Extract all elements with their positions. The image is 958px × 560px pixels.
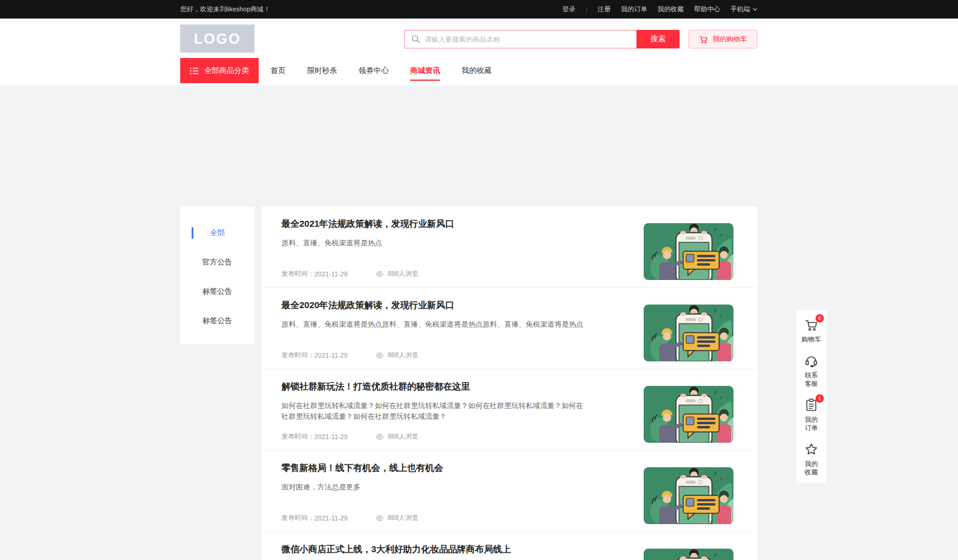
article-thumbnail[interactable] — [644, 467, 733, 524]
nav-item[interactable]: 首页 — [271, 58, 286, 83]
article-row[interactable]: 微信小商店正式上线，3大利好助力化妆品品牌商布局线上 — [262, 532, 757, 560]
chevron-down-icon — [753, 8, 757, 11]
topbar-links: 登录 | 注册 我的订单 我的收藏 帮助中心 手机端 — [562, 5, 757, 14]
article-views: 888人浏览 — [375, 351, 418, 360]
welcome-text: 您好，欢迎来到likeshop商城！ — [180, 5, 270, 14]
float-customer-service[interactable]: 联系 客服 — [804, 354, 818, 388]
article-desc: 面对困难，方法总是更多 — [281, 482, 584, 492]
article-thumbnail[interactable] — [644, 223, 733, 280]
my-cart-button[interactable]: 我的购物车 — [689, 30, 757, 48]
all-categories-button[interactable]: 全部商品分类 — [180, 58, 259, 83]
topbar-link-label: 登录 — [562, 5, 575, 14]
article-views: 888人浏览 — [375, 513, 418, 522]
nav-links: 首页限时秒杀领券中心商城资讯我的收藏 — [271, 58, 492, 83]
eye-icon — [375, 515, 384, 521]
views-count: 888人浏览 — [387, 513, 418, 522]
topbar-link[interactable]: 我的收藏 — [657, 5, 684, 14]
article-row[interactable]: 解锁社群新玩法！打造优质社群的秘密都在这里 如何在社群里玩转私域流量？如何在社群… — [262, 369, 757, 451]
sidebar-category-item[interactable]: 官方公告 — [180, 248, 254, 277]
category-list-icon — [190, 67, 199, 75]
article-thumbnail[interactable] — [644, 386, 733, 443]
article-desc: 如何在社群里玩转私域流量？如何在社群里玩转私域流量？如何在社群里玩转私域流量？如… — [281, 400, 584, 422]
publish-date: 2021-11-29 — [314, 352, 347, 359]
article-meta: 发布时间：2021-11-29 888人浏览 — [281, 513, 419, 522]
views-count: 888人浏览 — [387, 432, 418, 441]
star-icon — [804, 442, 818, 456]
article-meta: 发布时间：2021-11-29 888人浏览 — [281, 351, 419, 360]
article-title[interactable]: 最全2021年法规政策解读，发现行业新风口 — [281, 218, 454, 230]
article-title[interactable]: 零售新格局！线下有机会，线上也有机会 — [281, 462, 443, 474]
eye-icon — [375, 271, 384, 277]
views-count: 888人浏览 — [387, 351, 418, 360]
sidebar-category-item[interactable]: 标签公告 — [180, 306, 254, 336]
nav-item[interactable]: 商城资讯 — [410, 58, 440, 83]
nav-item-label: 我的收藏 — [462, 66, 492, 75]
nav-item[interactable]: 我的收藏 — [462, 58, 492, 83]
sidebar-category-label: 全部 — [210, 229, 225, 237]
eye-icon — [375, 352, 384, 358]
my-cart-label: 我的购物车 — [713, 35, 747, 44]
publish-date: 2021-11-29 — [314, 433, 347, 440]
article-title[interactable]: 微信小商店正式上线，3大利好助力化妆品品牌商布局线上 — [281, 544, 511, 555]
nav-item-label: 首页 — [271, 66, 286, 75]
all-categories-label: 全部商品分类 — [204, 66, 249, 76]
article-desc: 原料、直播、免税渠道将是热点 — [281, 238, 584, 248]
nav-item[interactable]: 领券中心 — [359, 58, 389, 83]
sidebar-category-item[interactable]: 全部 — [180, 218, 254, 248]
cart-badge: 0 — [815, 314, 824, 322]
search-button[interactable]: 搜索 — [636, 30, 680, 48]
float-cart-label: 购物车 — [802, 335, 821, 343]
topbar-link-label: 帮助中心 — [694, 5, 720, 14]
nav-item[interactable]: 限时秒杀 — [307, 58, 337, 83]
article-thumbnail[interactable] — [644, 549, 733, 560]
float-toolbar: 0 购物车 联系 客服 — [796, 310, 826, 483]
article-title[interactable]: 最全2020年法规政策解读，发现行业新风口 — [281, 300, 454, 311]
article-illustration — [644, 305, 733, 361]
article-meta: 发布时间：2021-11-29 888人浏览 — [281, 432, 419, 441]
headset-icon — [804, 354, 818, 368]
float-customer-service-label: 联系 客服 — [805, 371, 818, 388]
article-illustration — [644, 549, 733, 560]
topbar-link[interactable]: 注册 — [598, 5, 611, 14]
topbar-divider: | — [586, 6, 587, 13]
article-row[interactable]: 最全2021年法规政策解读，发现行业新风口 原料、直播、免税渠道将是热点 发布时… — [262, 206, 757, 288]
article-illustration — [644, 386, 733, 443]
topbar-link-label: 手机端 — [730, 5, 750, 14]
sidebar-category-item[interactable]: 标签公告 — [180, 277, 254, 306]
search-bar: 搜索 — [404, 30, 680, 48]
topbar-link-label: 我的收藏 — [657, 5, 684, 14]
sidebar-category-label: 官方公告 — [202, 258, 232, 266]
news-category-sidebar: 全部官方公告标签公告标签公告 — [180, 206, 254, 344]
publish-date-label: 发布时间： — [281, 432, 314, 441]
topbar-link[interactable]: 手机端 — [730, 5, 757, 14]
sidebar-category-label: 标签公告 — [202, 287, 232, 296]
views-count: 888人浏览 — [387, 269, 418, 278]
topbar-link[interactable]: 帮助中心 — [694, 5, 720, 14]
float-cart[interactable]: 0 购物车 — [802, 318, 821, 343]
publish-date-label: 发布时间： — [281, 513, 314, 522]
search-icon — [411, 35, 420, 44]
topbar-link-label: 注册 — [598, 5, 611, 14]
nav-item-label: 商城资讯 — [410, 66, 440, 75]
search-input[interactable] — [404, 30, 636, 48]
article-views: 888人浏览 — [375, 269, 418, 278]
eye-icon — [375, 434, 384, 440]
nav-item-label: 限时秒杀 — [307, 66, 337, 75]
orders-badge: 1 — [815, 394, 824, 403]
article-row[interactable]: 零售新格局！线下有机会，线上也有机会 面对困难，方法总是更多 发布时间：2021… — [262, 451, 757, 532]
article-title[interactable]: 解锁社群新玩法！打造优质社群的秘密都在这里 — [281, 381, 470, 392]
main-nav: 全部商品分类 首页限时秒杀领券中心商城资讯我的收藏 — [0, 58, 958, 83]
header: LOGO 搜索 我的购物车 — [0, 19, 958, 86]
float-my-favorites[interactable]: 我的 收藏 — [804, 442, 818, 476]
cart-icon — [699, 35, 708, 44]
logo[interactable]: LOGO — [180, 25, 254, 53]
article-thumbnail[interactable] — [644, 305, 733, 361]
article-row[interactable]: 最全2020年法规政策解读，发现行业新风口 原料、直播、免税渠道将是热点原料、直… — [262, 288, 757, 369]
article-meta: 发布时间：2021-11-29 888人浏览 — [281, 269, 419, 278]
float-my-orders[interactable]: 1 我的 订单 — [804, 398, 818, 432]
topbar-link[interactable]: 登录 — [562, 5, 575, 14]
page: 您好，欢迎来到likeshop商城！ 登录 | 注册 我的订单 我的收藏 帮助中… — [0, 0, 958, 560]
article-illustration — [644, 223, 733, 280]
article-views: 888人浏览 — [375, 432, 418, 441]
topbar-link[interactable]: 我的订单 — [621, 5, 647, 14]
